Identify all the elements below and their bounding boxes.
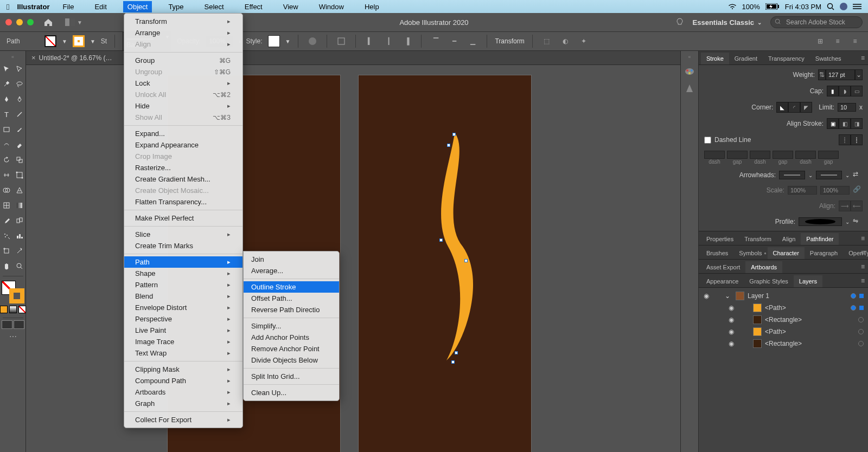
layer-item[interactable]: ◉ <Path> [699,302,868,314]
color-guide-icon[interactable] [685,83,694,93]
close-window[interactable] [5,19,12,25]
menu-item-envelope-distort[interactable]: Envelope Distort [124,302,242,313]
tab-transform[interactable]: Transform [739,233,777,245]
align-stroke-center-icon[interactable]: ▣ [827,118,839,129]
menu-item-hide[interactable]: Hide [124,100,242,112]
perspective-tool[interactable] [13,184,26,197]
menu-item-compound-path[interactable]: Compound Path [124,375,242,386]
tab-gradient[interactable]: Gradient [729,53,763,64]
menu-file[interactable]: File [58,1,78,12]
close-doc-icon[interactable]: × [31,54,36,62]
menu-edit[interactable]: Edit [90,1,111,12]
paintbrush-tool[interactable] [13,123,26,136]
miter-limit-input[interactable] [838,103,856,112]
layer-item[interactable]: ◉ <Path> [699,326,868,338]
stroke-swatch[interactable] [73,35,85,47]
artboard-tool[interactable] [0,244,13,257]
workspace-switcher[interactable]: Essentials Classic⌄ [693,18,762,27]
adobe-stock-search[interactable]: Search Adobe Stock [770,16,863,28]
graph-icon[interactable]: ⊞ [814,35,827,48]
panel-menu-icon[interactable]: ≡ [861,54,865,62]
tab-appearance[interactable]: Appearance [701,275,744,287]
target-icon[interactable] [858,329,864,334]
arrow-end-dropdown[interactable] [816,171,842,179]
anchor-point[interactable] [455,351,458,354]
menu-item-group[interactable]: Group⌘G [124,55,242,66]
submenu-item-offset-path-[interactable]: Offset Path... [244,293,339,304]
align-left-icon[interactable]: ▍ [363,35,376,48]
submenu-item-clean-up-[interactable]: Clean Up... [244,387,339,398]
list-icon[interactable]: ≡ [831,35,844,48]
panel-menu-icon[interactable]: ≡ [861,249,865,256]
menu-item-path[interactable]: Path [124,256,242,268]
align-vcenter-icon[interactable]: ━ [448,35,461,48]
tab-graphic-styles[interactable]: Graphic Styles [744,275,794,287]
rotate-tool[interactable] [0,153,13,166]
fill-stroke-indicator[interactable] [2,281,24,304]
menu-window[interactable]: Window [315,1,348,12]
align-hcenter-icon[interactable]: ┃ [382,35,395,48]
tab-properties[interactable]: Properties [701,233,739,245]
menu-item-create-gradient-mesh-[interactable]: Create Gradient Mesh... [124,173,242,185]
menu-item-graph[interactable]: Graph [124,398,242,409]
hand-tool[interactable] [0,260,13,273]
arrow-start-dropdown[interactable] [779,171,805,179]
menu-item-shape[interactable]: Shape [124,268,242,279]
menu-item-lock[interactable]: Lock [124,78,242,89]
curvature-tool[interactable] [13,93,26,106]
layer-item[interactable]: ◉ <Rectangle> [699,338,868,350]
target-icon[interactable] [851,293,856,299]
isolate-icon[interactable]: ⬚ [540,35,553,48]
free-transform-tool[interactable] [13,169,26,182]
document-layout-switch[interactable]: ▼ [65,18,82,26]
submenu-item-outline-stroke[interactable]: Outline Stroke [244,281,339,293]
menu-item-image-trace[interactable]: Image Trace [124,336,242,347]
tab-asset-export[interactable]: Asset Export [701,261,745,273]
symbol-sprayer-tool[interactable] [0,229,13,242]
anchor-point[interactable] [452,133,456,136]
app-name[interactable]: Illustrator [17,3,49,11]
tab-artboards[interactable]: Artboards [745,261,782,273]
panel-menu-icon[interactable]: ≡ [861,277,865,285]
submenu-item-divide-objects-below[interactable]: Divide Objects Below [244,354,339,366]
control-center-icon[interactable] [853,3,861,10]
menu-item-rasterize-[interactable]: Rasterize... [124,162,242,173]
fill-swatch[interactable] [44,35,56,47]
menu-item-slice[interactable]: Slice [124,229,242,240]
eraser-tool[interactable] [13,138,26,151]
anchor-point[interactable] [439,238,443,242]
menu-select[interactable]: Select [200,1,228,12]
menu-help[interactable]: Help [360,1,384,12]
scale-tool[interactable] [13,153,26,166]
dashed-line-checkbox[interactable] [704,137,711,144]
visibility-icon[interactable]: ◉ [727,340,736,347]
hint-icon[interactable] [675,18,684,27]
target-icon[interactable] [858,317,864,322]
chevron-down-icon[interactable]: ⌄ [725,292,732,300]
corner-miter-icon[interactable]: ◣ [776,102,788,113]
dash-preserve-icon[interactable]: ┊ [839,134,851,145]
column-graph-tool[interactable] [13,229,26,242]
visibility-icon[interactable]: ◉ [727,316,736,324]
submenu-item-add-anchor-points[interactable]: Add Anchor Points [244,332,339,343]
eyedropper-tool[interactable] [0,214,13,227]
menu-item-clipping-mask[interactable]: Clipping Mask [124,364,242,375]
width-tool[interactable] [0,169,13,182]
cap-round-icon[interactable]: ◗ [839,86,851,96]
graphic-style-swatch[interactable] [268,35,280,47]
transform-link[interactable]: Transform [495,37,524,45]
menu-item-collect-for-export[interactable]: Collect For Export [124,414,242,425]
visibility-icon[interactable]: ◉ [702,292,711,300]
target-icon[interactable] [851,305,856,311]
line-tool[interactable] [13,108,26,121]
submenu-item-simplify-[interactable]: Simplify... [244,320,339,332]
panel-menu-icon[interactable]: ≡ [848,35,861,48]
mesh-tool[interactable] [0,199,13,212]
tab-transparency[interactable]: Transparency [763,53,810,64]
color-panel-icon[interactable] [684,67,695,76]
menu-item-blend[interactable]: Blend [124,290,242,302]
zoom-tool[interactable] [13,260,26,273]
visibility-icon[interactable]: ◉ [727,304,736,312]
submenu-item-average-[interactable]: Average... [244,265,339,276]
tab-swatches[interactable]: Swatches [810,53,847,64]
